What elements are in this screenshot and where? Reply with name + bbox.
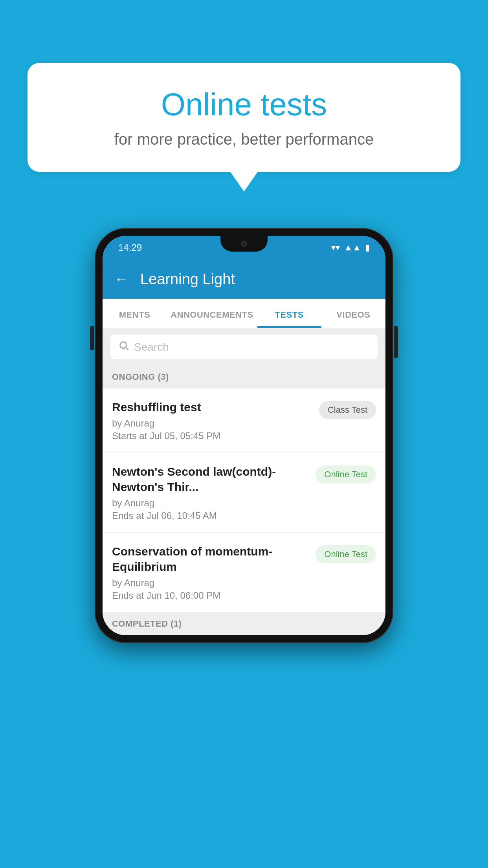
- svg-point-0: [120, 342, 127, 348]
- status-icons: ▾▾ ▲▲ ▮: [331, 243, 370, 253]
- ongoing-section-label: ONGOING (3): [103, 366, 385, 388]
- svg-line-1: [126, 348, 128, 350]
- test-name-3: Conservation of momentum-Equilibrium: [112, 544, 309, 574]
- tab-announcements[interactable]: ANNOUNCEMENTS: [167, 299, 257, 328]
- test-name-1: Reshuffling test: [112, 399, 313, 415]
- test-info-3: Conservation of momentum-Equilibrium by …: [112, 544, 316, 601]
- phone-screen: 14:29 ▾▾ ▲▲ ▮ ← Learning Light MENTS ANN…: [103, 236, 385, 635]
- test-item-1[interactable]: Reshuffling test by Anurag Starts at Jul…: [103, 388, 385, 453]
- status-bar: 14:29 ▾▾ ▲▲ ▮: [103, 236, 385, 259]
- search-container: Search: [103, 328, 385, 366]
- test-badge-2: Online Test: [316, 465, 376, 484]
- signal-icon: ▲▲: [344, 243, 361, 253]
- tabs-bar: MENTS ANNOUNCEMENTS TESTS VIDEOS: [103, 299, 385, 328]
- test-time-3: Ends at Jun 10, 06:00 PM: [112, 590, 309, 601]
- notch: [220, 236, 268, 252]
- phone-wrapper: 14:29 ▾▾ ▲▲ ▮ ← Learning Light MENTS ANN…: [95, 228, 393, 643]
- search-icon: [118, 340, 129, 354]
- camera: [241, 241, 247, 247]
- test-item-2[interactable]: Newton's Second law(contd)-Newton's Thir…: [103, 453, 385, 533]
- test-by-2: by Anurag: [112, 498, 309, 509]
- speech-bubble-section: Online tests for more practice, better p…: [28, 63, 460, 172]
- battery-icon: ▮: [365, 243, 370, 253]
- completed-section-label: COMPLETED (1): [103, 612, 385, 635]
- test-time-1: Starts at Jul 05, 05:45 PM: [112, 430, 313, 441]
- test-info-2: Newton's Second law(contd)-Newton's Thir…: [112, 464, 316, 521]
- search-input-wrap[interactable]: Search: [110, 335, 378, 359]
- test-badge-1: Class Test: [319, 401, 376, 419]
- bubble-subtitle: for more practice, better performance: [59, 131, 429, 148]
- test-list: Reshuffling test by Anurag Starts at Jul…: [103, 388, 385, 612]
- status-time: 14:29: [118, 242, 142, 253]
- app-title: Learning Light: [140, 271, 235, 288]
- tab-videos[interactable]: VIDEOS: [321, 299, 385, 328]
- test-name-2: Newton's Second law(contd)-Newton's Thir…: [112, 464, 309, 495]
- phone-outer: 14:29 ▾▾ ▲▲ ▮ ← Learning Light MENTS ANN…: [95, 228, 393, 643]
- tab-ments[interactable]: MENTS: [103, 299, 167, 328]
- app-header: ← Learning Light: [103, 259, 385, 299]
- search-placeholder: Search: [134, 341, 169, 353]
- test-info-1: Reshuffling test by Anurag Starts at Jul…: [112, 399, 319, 441]
- speech-bubble: Online tests for more practice, better p…: [28, 63, 460, 172]
- test-item-3[interactable]: Conservation of momentum-Equilibrium by …: [103, 533, 385, 612]
- test-badge-3: Online Test: [316, 545, 376, 563]
- test-by-3: by Anurag: [112, 577, 309, 588]
- tab-tests[interactable]: TESTS: [257, 299, 321, 328]
- test-by-1: by Anurag: [112, 418, 313, 429]
- test-time-2: Ends at Jul 06, 10:45 AM: [112, 510, 309, 521]
- back-button[interactable]: ←: [114, 271, 128, 287]
- bubble-title: Online tests: [59, 86, 429, 123]
- wifi-icon: ▾▾: [331, 243, 340, 253]
